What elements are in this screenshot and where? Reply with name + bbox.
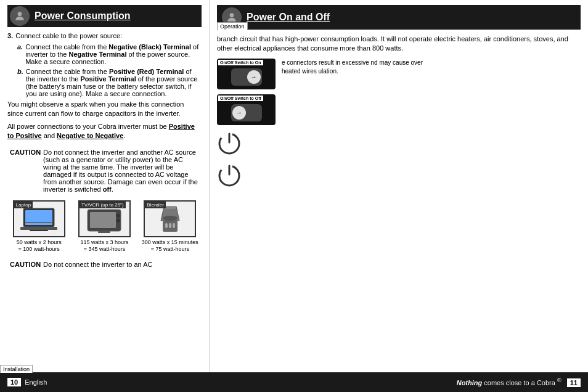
switch-on-section: On/Off Switch to On → e connectors resul… bbox=[217, 59, 581, 89]
step-3: 3. Connect cable to the power source: bbox=[7, 32, 202, 39]
svg-rect-15 bbox=[165, 223, 168, 228]
step-3b-letter: b. bbox=[17, 68, 23, 97]
page: Power Consumption Installation 3. Connec… bbox=[0, 0, 588, 392]
laptop-label: Laptop bbox=[14, 202, 33, 208]
caution-1: CAUTION Do not connect the inverter and … bbox=[7, 146, 202, 195]
right-top-text: branch circuit that has high-power consu… bbox=[217, 35, 581, 54]
blender-caption1: 300 watts x 15 minutes bbox=[142, 239, 198, 245]
left-column: Power Consumption Installation 3. Connec… bbox=[0, 0, 210, 372]
switch-off-knob: → bbox=[232, 106, 246, 120]
right-column: Power On and Off Operation branch circui… bbox=[210, 0, 588, 372]
footer-nothing: Nothing bbox=[457, 379, 483, 386]
switch-on-body: → bbox=[231, 68, 262, 86]
right-para1: branch circuit that has high-power consu… bbox=[217, 35, 581, 54]
spark-paragraph: You might observe a spark when you make … bbox=[7, 100, 202, 119]
svg-point-8 bbox=[116, 214, 120, 218]
switch-on-knob: → bbox=[247, 70, 261, 84]
step-3b: b. Connect the cable from the Positive (… bbox=[17, 68, 202, 97]
step-3b-bold1: Positive (Red) Terminal bbox=[109, 68, 184, 75]
laptop-caption: 50 watts x 2 hours = 100 watt-hours bbox=[17, 239, 62, 253]
switch-on-label: On/Off Switch to On bbox=[218, 60, 263, 65]
footer-tagline-rest: comes close to a Cobra bbox=[484, 379, 555, 386]
step-3-text: Connect cable to the power source: bbox=[15, 32, 122, 39]
caution-1-label: CAUTION bbox=[10, 149, 41, 156]
step-3a-bold1: Negative (Black) Terminal bbox=[108, 43, 191, 51]
left-section-header: Power Consumption Installation bbox=[7, 5, 202, 27]
blender-caption2: = 75 watt-hours bbox=[151, 246, 189, 252]
connections-paragraph: All power connections to your Cobra inve… bbox=[7, 122, 202, 141]
tv-caption1: 115 watts x 3 hours bbox=[80, 239, 128, 245]
negative-negative: Negative to Negative bbox=[57, 132, 123, 139]
step-3b-bold2: Positive Terminal bbox=[80, 75, 136, 83]
switch-off-body: → bbox=[231, 104, 262, 121]
svg-rect-7 bbox=[90, 212, 116, 228]
power-on-svg bbox=[217, 131, 242, 156]
installation-icon bbox=[10, 6, 30, 26]
caution-1-off: off bbox=[103, 186, 112, 193]
left-label-tab: Installation bbox=[0, 365, 33, 373]
laptop-caption2: = 100 watt-hours bbox=[18, 246, 60, 252]
footer-left: 10 English bbox=[7, 378, 47, 386]
svg-point-14 bbox=[163, 216, 178, 221]
blender-label: Blender bbox=[145, 202, 166, 208]
tv-caption2: = 345 watt-hours bbox=[84, 246, 125, 252]
svg-rect-16 bbox=[169, 223, 171, 228]
page-num-left: 10 bbox=[7, 378, 21, 386]
tv-caption: 115 watts x 3 hours = 345 watt-hours bbox=[80, 239, 128, 253]
caution-2: CAUTION Do not connect the inverter to a… bbox=[7, 258, 202, 271]
power-symbol-off bbox=[217, 163, 581, 189]
tv-label: TV/VCR (up to 25") bbox=[80, 202, 126, 208]
svg-rect-10 bbox=[98, 231, 110, 233]
svg-rect-5 bbox=[25, 222, 53, 223]
step-3b-text: Connect the cable from the Positive (Red… bbox=[26, 68, 202, 97]
left-section-title: Power Consumption bbox=[35, 10, 131, 22]
svg-rect-4 bbox=[30, 230, 48, 231]
device-laptop: Laptop 50 watts x 2 hours = 100 watt-h bbox=[7, 200, 70, 253]
page-num-right: 11 bbox=[567, 378, 581, 387]
footer-right: Nothing comes close to a Cobra ® 11 bbox=[457, 377, 581, 387]
step-3a: a. Connect the cable from the Negative (… bbox=[17, 43, 202, 65]
warning-text: e connectors result in excessive nd may … bbox=[282, 59, 436, 76]
switch-off-label: On/Off Switch to Off bbox=[218, 96, 263, 101]
footer-trademark: ® bbox=[557, 377, 561, 383]
caution-2-label: CAUTION bbox=[10, 261, 41, 268]
step-3a-letter: a. bbox=[17, 43, 23, 65]
footer-lang-label: English bbox=[25, 378, 47, 386]
laptop-box: Laptop bbox=[13, 200, 65, 237]
footer: 10 English Nothing comes close to a Cobr… bbox=[0, 372, 588, 392]
laptop-caption1: 50 watts x 2 hours bbox=[17, 239, 62, 245]
switch-on-img: On/Off Switch to On → bbox=[217, 59, 276, 89]
switch-arrow-off: → bbox=[236, 109, 242, 116]
switch-off-img: On/Off Switch to Off → bbox=[217, 94, 276, 125]
svg-point-18 bbox=[230, 13, 234, 17]
switch-off-section: On/Off Switch to Off → bbox=[217, 94, 581, 125]
step-3a-text: Connect the cable from the Negative (Bla… bbox=[25, 43, 202, 65]
device-blender: Blender 300 watts x 15 minutes bbox=[139, 200, 202, 253]
content-area: Power Consumption Installation 3. Connec… bbox=[0, 0, 588, 372]
caution-1-text: Do not connect the inverter and another … bbox=[43, 149, 199, 193]
power-symbol-on bbox=[217, 131, 581, 157]
svg-point-9 bbox=[116, 219, 120, 223]
step-3-number: 3. bbox=[7, 32, 13, 39]
devices-row: Laptop 50 watts x 2 hours = 100 watt-h bbox=[7, 200, 202, 253]
device-tv: TV/VCR (up to 25") 115 watts x 3 hours =… bbox=[73, 200, 136, 253]
right-section-title: Power On and Off bbox=[247, 12, 330, 23]
tv-box: TV/VCR (up to 25") bbox=[78, 200, 131, 237]
blender-caption: 300 watts x 15 minutes = 75 watt-hours bbox=[142, 239, 198, 253]
blender-box: Blender bbox=[144, 200, 196, 237]
right-label-tab: Operation bbox=[217, 22, 248, 30]
svg-rect-3 bbox=[20, 227, 57, 230]
right-section-header: Power On and Off Operation bbox=[217, 5, 581, 30]
step-3a-bold2: Negative Terminal bbox=[69, 51, 127, 58]
svg-rect-17 bbox=[173, 223, 175, 228]
power-off-svg bbox=[217, 163, 242, 188]
switch-arrow-on: → bbox=[251, 73, 257, 80]
caution-2-text: Do not connect the inverter to an AC bbox=[43, 261, 152, 268]
svg-point-0 bbox=[18, 12, 22, 16]
